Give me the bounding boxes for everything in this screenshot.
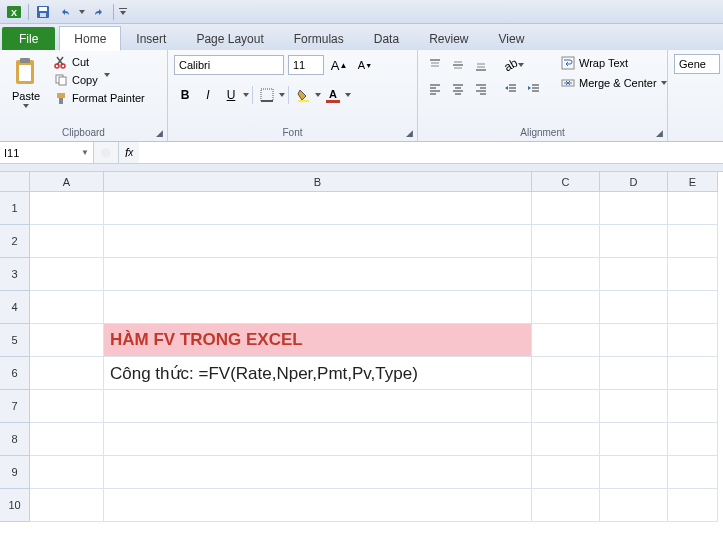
font-color-button[interactable]: A [322, 84, 344, 106]
cut-button[interactable]: Cut [50, 54, 149, 70]
align-center-icon[interactable] [447, 78, 469, 100]
cell-c5[interactable] [532, 324, 600, 357]
format-painter-button[interactable]: Format Painter [50, 90, 149, 106]
cell-c10[interactable] [532, 489, 600, 522]
paste-button[interactable]: Paste [6, 54, 46, 125]
borders-button[interactable] [256, 84, 278, 106]
cell-e6[interactable] [668, 357, 718, 390]
fill-color-button[interactable] [292, 84, 314, 106]
cell-d6[interactable] [600, 357, 668, 390]
cell-e8[interactable] [668, 423, 718, 456]
cell-b6[interactable]: Công thức: =FV(Rate,Nper,Pmt,Pv,Type) [104, 357, 532, 390]
col-header-d[interactable]: D [600, 172, 668, 192]
cell-b7[interactable] [104, 390, 532, 423]
cell-c9[interactable] [532, 456, 600, 489]
formula-input[interactable] [139, 142, 723, 163]
orientation-icon[interactable]: ab [500, 54, 528, 76]
fx-icon[interactable]: fx [119, 142, 139, 163]
tab-formulas[interactable]: Formulas [279, 26, 359, 50]
clipboard-launcher-icon[interactable]: ◢ [153, 127, 165, 139]
row-header-7[interactable]: 7 [0, 390, 30, 423]
decrease-indent-icon[interactable] [500, 78, 522, 100]
cell-d2[interactable] [600, 225, 668, 258]
number-format-select[interactable] [674, 54, 720, 74]
cell-e9[interactable] [668, 456, 718, 489]
font-name-select[interactable] [174, 55, 284, 75]
row-header-9[interactable]: 9 [0, 456, 30, 489]
cell-c8[interactable] [532, 423, 600, 456]
cell-b9[interactable] [104, 456, 532, 489]
name-box[interactable]: I11 ▼ [0, 142, 94, 163]
cell-d5[interactable] [600, 324, 668, 357]
cell-e3[interactable] [668, 258, 718, 291]
col-header-b[interactable]: B [104, 172, 532, 192]
cell-a9[interactable] [30, 456, 104, 489]
cell-e2[interactable] [668, 225, 718, 258]
save-icon[interactable] [33, 2, 53, 22]
decrease-font-icon[interactable]: A▼ [354, 54, 376, 76]
tab-home[interactable]: Home [59, 26, 121, 51]
row-header-6[interactable]: 6 [0, 357, 30, 390]
cell-b2[interactable] [104, 225, 532, 258]
copy-button[interactable]: Copy [50, 72, 149, 88]
cell-b8[interactable] [104, 423, 532, 456]
wrap-text-button[interactable]: Wrap Text [557, 54, 671, 72]
cell-b10[interactable] [104, 489, 532, 522]
cell-e7[interactable] [668, 390, 718, 423]
cell-a1[interactable] [30, 192, 104, 225]
cell-e1[interactable] [668, 192, 718, 225]
align-middle-icon[interactable] [447, 54, 469, 76]
font-size-select[interactable] [288, 55, 324, 75]
tab-view[interactable]: View [484, 26, 540, 50]
cell-b1[interactable] [104, 192, 532, 225]
underline-button[interactable]: U [220, 84, 242, 106]
cell-d3[interactable] [600, 258, 668, 291]
cell-a2[interactable] [30, 225, 104, 258]
col-header-a[interactable]: A [30, 172, 104, 192]
name-box-dropdown-icon[interactable]: ▼ [81, 148, 89, 157]
qat-customize-icon[interactable] [118, 2, 128, 22]
cell-c7[interactable] [532, 390, 600, 423]
cell-a4[interactable] [30, 291, 104, 324]
cell-d1[interactable] [600, 192, 668, 225]
cell-d8[interactable] [600, 423, 668, 456]
row-header-5[interactable]: 5 [0, 324, 30, 357]
alignment-launcher-icon[interactable]: ◢ [653, 127, 665, 139]
row-header-8[interactable]: 8 [0, 423, 30, 456]
italic-button[interactable]: I [197, 84, 219, 106]
align-bottom-icon[interactable] [470, 54, 492, 76]
cell-a5[interactable] [30, 324, 104, 357]
cell-d4[interactable] [600, 291, 668, 324]
tab-file[interactable]: File [2, 27, 55, 50]
cell-c4[interactable] [532, 291, 600, 324]
cell-c3[interactable] [532, 258, 600, 291]
align-top-icon[interactable] [424, 54, 446, 76]
tab-review[interactable]: Review [414, 26, 483, 50]
font-launcher-icon[interactable]: ◢ [403, 127, 415, 139]
row-header-1[interactable]: 1 [0, 192, 30, 225]
tab-page-layout[interactable]: Page Layout [181, 26, 278, 50]
align-left-icon[interactable] [424, 78, 446, 100]
undo-dropdown-icon[interactable] [77, 2, 87, 22]
cell-c6[interactable] [532, 357, 600, 390]
cell-a3[interactable] [30, 258, 104, 291]
undo-icon[interactable] [55, 2, 75, 22]
row-header-2[interactable]: 2 [0, 225, 30, 258]
cell-c2[interactable] [532, 225, 600, 258]
cell-b3[interactable] [104, 258, 532, 291]
cell-d10[interactable] [600, 489, 668, 522]
cell-e10[interactable] [668, 489, 718, 522]
merge-center-button[interactable]: Merge & Center [557, 74, 671, 92]
cell-d7[interactable] [600, 390, 668, 423]
align-right-icon[interactable] [470, 78, 492, 100]
redo-icon[interactable] [89, 2, 109, 22]
row-header-3[interactable]: 3 [0, 258, 30, 291]
col-header-e[interactable]: E [668, 172, 718, 192]
cell-c1[interactable] [532, 192, 600, 225]
select-all-corner[interactable] [0, 172, 30, 192]
cell-e4[interactable] [668, 291, 718, 324]
increase-font-icon[interactable]: A▲ [328, 54, 350, 76]
tab-insert[interactable]: Insert [121, 26, 181, 50]
cell-a8[interactable] [30, 423, 104, 456]
cell-a10[interactable] [30, 489, 104, 522]
